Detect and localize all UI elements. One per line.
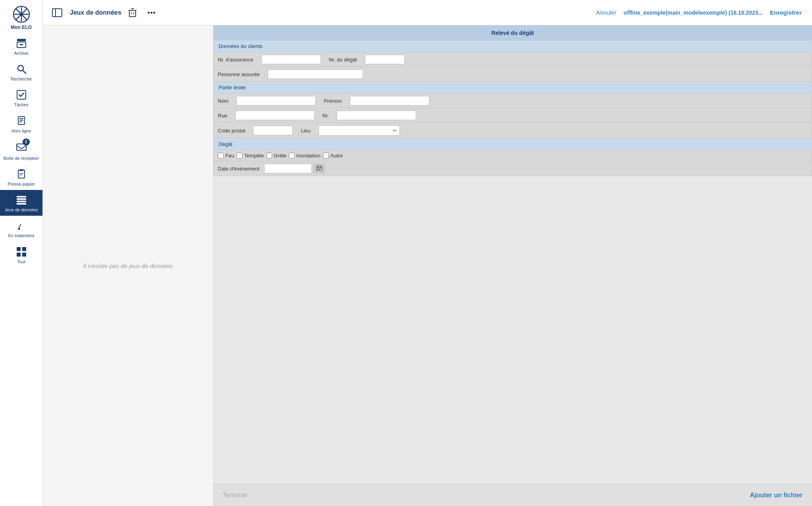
checkbox-tempete-input[interactable] xyxy=(236,153,242,159)
svg-rect-46 xyxy=(319,168,320,169)
svg-rect-31 xyxy=(52,9,62,17)
delete-button[interactable] xyxy=(125,5,140,21)
annuler-button[interactable]: Annuler xyxy=(592,7,620,18)
svg-rect-17 xyxy=(18,170,25,178)
mon-elo-label: Mon ELO xyxy=(11,25,32,30)
input-nr-assurance[interactable] xyxy=(261,55,321,64)
sidebar-item-recherche-label: Recherche xyxy=(11,77,32,82)
svg-rect-22 xyxy=(17,198,26,200)
sidebar: Mon ELO Archive Recherche Tâches xyxy=(0,0,43,506)
processing-icon xyxy=(15,220,27,232)
sidebar-item-archive[interactable]: Archive xyxy=(0,33,42,59)
svg-rect-23 xyxy=(17,201,26,202)
svg-rect-11 xyxy=(17,90,26,99)
checkbox-inondation-label: Inondation xyxy=(296,153,321,159)
svg-line-10 xyxy=(23,71,26,74)
inbox-badge: 2 xyxy=(23,138,30,146)
sidebar-item-tout-label: Tout xyxy=(17,259,25,264)
terminer-button: Terminer xyxy=(223,492,248,499)
tasks-icon xyxy=(15,89,27,101)
checkbox-autre-input[interactable] xyxy=(323,153,329,159)
svg-point-5 xyxy=(20,13,23,16)
svg-point-26 xyxy=(19,228,20,230)
sidebar-item-jeux-de-donnees[interactable]: Jeux de données xyxy=(0,190,42,216)
clipboard-icon xyxy=(15,168,27,180)
sidebar-item-en-traitement[interactable]: En traitement xyxy=(0,216,42,242)
label-rue: Rue xyxy=(218,113,227,119)
ajouter-fichier-button[interactable]: Ajouter un fichier xyxy=(750,492,802,499)
svg-rect-28 xyxy=(22,247,26,251)
calendar-icon xyxy=(316,165,322,171)
input-lieu[interactable] xyxy=(319,126,390,135)
checkbox-feu[interactable]: Feu xyxy=(218,153,234,159)
svg-rect-45 xyxy=(317,168,318,169)
input-prenom[interactable] xyxy=(350,96,429,105)
svg-rect-49 xyxy=(319,169,320,170)
svg-rect-8 xyxy=(20,44,23,45)
damage-type-checkboxes: Feu Tempête Grêle xyxy=(218,153,808,159)
sidebar-item-hors-ligne[interactable]: Hors ligne xyxy=(0,111,42,137)
svg-rect-47 xyxy=(321,168,321,169)
checkbox-autre[interactable]: Autre xyxy=(323,153,343,159)
field-row-nr: Nr. d'assurance Nr. du dégât xyxy=(214,52,812,67)
offline-icon xyxy=(15,115,27,127)
more-options-button[interactable] xyxy=(144,5,159,21)
field-row-nom-prenom: Nom Prénom xyxy=(214,94,812,108)
field-row-checkboxes: Feu Tempête Grêle xyxy=(214,150,812,161)
sidebar-item-boite-reception[interactable]: 2 Boîte de réception xyxy=(0,137,42,164)
sidebar-toggle-icon xyxy=(52,7,63,18)
lieu-edit-icon[interactable]: ✏ xyxy=(390,127,399,134)
input-nr-degat[interactable] xyxy=(365,55,405,64)
checkbox-inondation[interactable]: Inondation xyxy=(289,153,321,159)
input-nom[interactable] xyxy=(236,96,316,105)
form-wrapper: Relevé du dégât Données du clients Nr. d… xyxy=(213,25,812,484)
dataset-icon xyxy=(15,194,27,206)
checkbox-autre-label: Autre xyxy=(330,153,343,159)
field-row-rue-nr: Rue Nr. xyxy=(214,108,812,123)
checkbox-grele[interactable]: Grêle xyxy=(266,153,286,159)
input-rue[interactable] xyxy=(235,111,315,120)
input-nr-rue[interactable] xyxy=(337,111,416,120)
sidebar-logo[interactable]: Mon ELO xyxy=(0,0,42,33)
label-prenom: Prénom xyxy=(324,98,342,104)
field-row-date: Date d'événement xyxy=(214,161,812,176)
toolbar-filename: offline_exemple(main_modeleexemple) (16.… xyxy=(624,10,763,16)
sidebar-item-taches[interactable]: Tâches xyxy=(0,85,42,111)
sidebar-item-recherche[interactable]: Recherche xyxy=(0,59,42,85)
left-panel: Il n'existe pas de jeux de données xyxy=(43,25,213,506)
enregistrer-button[interactable]: Enregistrer xyxy=(766,7,806,18)
svg-point-38 xyxy=(148,12,150,13)
content-area: Il n'existe pas de jeux de données Relev… xyxy=(43,25,812,506)
svg-point-39 xyxy=(150,12,152,13)
section-degat: Dégât xyxy=(214,138,812,150)
section-partie-lesee-label: Partie lésée xyxy=(214,82,812,94)
more-icon xyxy=(146,7,157,18)
sidebar-item-hors-ligne-label: Hors ligne xyxy=(12,128,31,134)
label-nr-assurance: Nr. d'assurance xyxy=(218,57,253,63)
calendar-button[interactable] xyxy=(313,164,325,173)
sidebar-item-presse-papier[interactable]: Presse-papier xyxy=(0,164,42,190)
section-degat-label: Dégât xyxy=(214,138,812,150)
toolbar: Jeux de données Annuler offline_exemple(… xyxy=(43,0,812,25)
search-icon xyxy=(15,63,27,75)
input-date-evenement[interactable] xyxy=(264,164,312,173)
input-code-postal[interactable] xyxy=(253,126,293,135)
toolbar-title: Jeux de données xyxy=(70,9,121,16)
sidebar-item-tout[interactable]: Tout xyxy=(0,242,42,268)
svg-rect-48 xyxy=(317,169,318,170)
svg-rect-13 xyxy=(19,118,23,119)
section-donnees-clients: Données du clients xyxy=(214,40,812,52)
toggle-sidebar-button[interactable] xyxy=(49,5,65,21)
input-personne-assuree[interactable] xyxy=(268,69,363,79)
inbox-badge-container: 2 xyxy=(15,141,27,154)
checkbox-grele-input[interactable] xyxy=(266,153,272,159)
sidebar-item-taches-label: Tâches xyxy=(14,102,28,107)
svg-point-40 xyxy=(153,12,155,13)
label-lieu: Lieu xyxy=(301,128,311,134)
form-table: Relevé du dégât Données du clients Nr. d… xyxy=(213,25,812,176)
checkbox-tempete[interactable]: Tempête xyxy=(236,153,264,159)
sidebar-item-presse-papier-label: Presse-papier xyxy=(8,182,35,187)
checkbox-feu-input[interactable] xyxy=(218,153,224,159)
checkbox-inondation-input[interactable] xyxy=(289,153,295,159)
checkbox-feu-label: Feu xyxy=(225,153,234,159)
